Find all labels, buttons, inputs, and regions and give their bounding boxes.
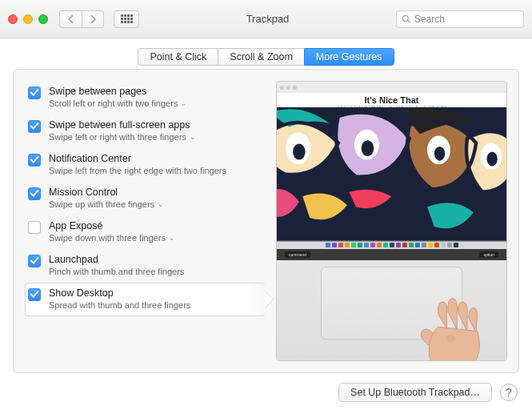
option-title: Swipe between pages <box>49 86 187 97</box>
svg-point-4 <box>293 144 306 160</box>
option-desc[interactable]: Scroll left or right with two fingers⌄ <box>49 98 187 108</box>
checkbox[interactable] <box>28 120 41 133</box>
dock-app-icon <box>326 243 330 247</box>
close-button[interactable] <box>8 14 18 24</box>
preview-trackpad <box>277 260 506 360</box>
tab-point-click[interactable]: Point & Click <box>138 48 218 66</box>
dock-app-icon <box>428 243 433 247</box>
svg-point-10 <box>486 152 497 167</box>
setup-bluetooth-trackpad-button[interactable]: Set Up Bluetooth Trackpad… <box>338 383 492 402</box>
svg-point-6 <box>362 140 374 156</box>
dock-app-icon <box>390 243 394 247</box>
option-row[interactable]: Mission ControlSwipe up with three finge… <box>25 182 265 215</box>
dock-app-icon <box>364 243 369 247</box>
checkbox[interactable] <box>28 288 41 301</box>
preview-keyboard: command option <box>277 249 506 260</box>
nav-buttons <box>59 10 104 28</box>
preview-column: It's Nice That IT'S NICE THAT IS THE BES… <box>276 81 518 361</box>
preview-key-right: option <box>479 251 498 258</box>
dock-app-icon <box>454 243 458 247</box>
chevron-down-icon: ⌄ <box>190 133 196 141</box>
option-row[interactable]: Notification CenterSwipe left from the r… <box>25 148 265 182</box>
option-row[interactable]: Swipe between full-screen appsSwipe left… <box>25 115 265 148</box>
titlebar: Trackpad Search <box>0 0 532 38</box>
option-title: Launchpad <box>49 254 184 265</box>
tab-more-gestures[interactable]: More Gestures <box>304 48 394 66</box>
back-button[interactable] <box>59 10 82 28</box>
option-title: Notification Center <box>49 153 226 164</box>
grid-icon <box>121 14 133 23</box>
option-row[interactable]: LaunchpadPinch with thumb and three fing… <box>25 249 265 283</box>
tab-bar: Point & ClickScroll & ZoomMore Gestures <box>13 48 519 66</box>
dock-app-icon <box>377 243 382 247</box>
dock-app-icon <box>358 243 362 247</box>
dock-app-icon <box>345 243 350 247</box>
show-all-button[interactable] <box>114 10 139 28</box>
option-desc: Swipe left from the right edge with two … <box>49 166 226 175</box>
search-input[interactable]: Search <box>396 10 524 28</box>
dock-app-icon <box>422 243 426 247</box>
svg-point-8 <box>434 147 445 161</box>
dock-app-icon <box>396 243 401 247</box>
option-desc: Spread with thumb and three fingers <box>49 300 190 310</box>
option-row[interactable]: Swipe between pagesScroll left or right … <box>25 81 265 115</box>
chevron-down-icon: ⌄ <box>158 200 164 208</box>
dock-app-icon <box>402 243 407 247</box>
checkbox[interactable] <box>28 154 41 167</box>
chevron-down-icon: ⌄ <box>181 99 187 107</box>
gesture-preview: It's Nice That IT'S NICE THAT IS THE BES… <box>276 81 507 361</box>
options-list: Swipe between pagesScroll left or right … <box>25 81 265 361</box>
dock-app-icon <box>351 243 356 247</box>
dock-app-icon <box>383 243 388 247</box>
dock-app-icon <box>409 243 414 247</box>
option-desc[interactable]: Swipe left or right with three fingers⌄ <box>49 132 196 142</box>
window-title: Trackpad <box>146 13 390 25</box>
hand-icon <box>406 293 494 361</box>
option-title: Mission Control <box>49 187 164 198</box>
option-title: App Exposé <box>49 220 175 231</box>
preview-dock <box>277 241 506 249</box>
preview-artwork <box>277 107 506 241</box>
preview-screen: It's Nice That IT'S NICE THAT IS THE BES… <box>277 82 506 249</box>
checkbox[interactable] <box>28 86 41 99</box>
option-title: Swipe between full-screen apps <box>49 119 196 131</box>
preview-browser-bar <box>277 82 506 93</box>
tab-scroll-zoom[interactable]: Scroll & Zoom <box>218 48 304 66</box>
search-placeholder: Search <box>414 14 445 25</box>
dock-app-icon <box>338 243 343 247</box>
footer: Set Up Bluetooth Trackpad… ? <box>13 383 519 402</box>
dock-app-icon <box>447 243 452 247</box>
svg-point-11 <box>446 335 455 342</box>
dock-app-icon <box>441 243 446 247</box>
help-button[interactable]: ? <box>500 384 518 401</box>
preview-key-left: command <box>285 251 310 258</box>
preview-site-title: It's Nice That <box>277 93 506 105</box>
svg-point-0 <box>403 15 409 21</box>
dock-app-icon <box>434 243 439 247</box>
chevron-down-icon: ⌄ <box>169 234 175 242</box>
dock-app-icon <box>415 243 420 247</box>
minimize-button[interactable] <box>23 14 33 24</box>
search-icon <box>402 14 411 24</box>
option-desc[interactable]: Swipe down with three fingers⌄ <box>49 233 175 243</box>
dock-app-icon <box>332 243 337 247</box>
window-controls <box>8 14 48 24</box>
option-desc[interactable]: Swipe up with three fingers⌄ <box>49 199 164 209</box>
option-desc: Pinch with thumb and three fingers <box>49 267 184 276</box>
option-row[interactable]: App ExposéSwipe down with three fingers⌄ <box>25 215 265 249</box>
zoom-button[interactable] <box>38 14 48 24</box>
settings-panel: Swipe between pagesScroll left or right … <box>13 69 519 373</box>
option-title: Show Desktop <box>49 287 190 299</box>
checkbox[interactable] <box>28 187 41 200</box>
forward-button[interactable] <box>82 10 104 28</box>
checkbox[interactable] <box>28 221 41 234</box>
checkbox[interactable] <box>28 255 41 267</box>
option-row[interactable]: Show DesktopSpread with thumb and three … <box>25 283 265 316</box>
svg-line-1 <box>408 20 410 22</box>
dock-app-icon <box>370 243 375 247</box>
